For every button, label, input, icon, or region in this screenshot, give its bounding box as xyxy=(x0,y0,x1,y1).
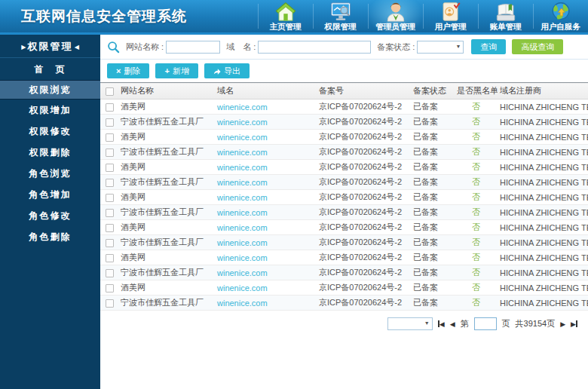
domain-link[interactable]: winenice.com xyxy=(217,253,268,262)
sidebar-header[interactable]: ▶ 权限管理 ◀ xyxy=(0,35,100,58)
status-cell: 已备案 xyxy=(411,265,455,280)
row-checkbox[interactable] xyxy=(106,164,114,172)
row-checkbox[interactable] xyxy=(106,254,114,262)
record-no-cell: 京ICP备07020624号-2 xyxy=(317,250,411,265)
blacklist-cell: 否 xyxy=(455,220,498,235)
row-checkbox[interactable] xyxy=(106,239,114,247)
domain-link[interactable]: winenice.com xyxy=(217,283,268,293)
domain-link[interactable]: winenice.com xyxy=(217,193,268,202)
site-name-cell: 宁波市佳辉五金工具厂 xyxy=(118,175,215,190)
x-icon: × xyxy=(116,67,121,75)
domain-link[interactable]: winenice.com xyxy=(217,299,268,308)
select-all-checkbox[interactable] xyxy=(106,87,114,96)
registrar-cell: HICHINA ZHICHENG TECHNOLOGY xyxy=(498,115,588,130)
sidebar-item-permission-add[interactable]: 权限增加 xyxy=(0,100,100,121)
blacklist-cell: 否 xyxy=(455,160,498,175)
domain-link[interactable]: winenice.com xyxy=(217,268,268,277)
blacklist-cell: 否 xyxy=(455,265,498,280)
page-number-input[interactable] xyxy=(474,317,497,330)
export-button[interactable]: 导出 xyxy=(204,63,250,78)
domain-link[interactable]: winenice.com xyxy=(217,133,268,142)
site-name-cell: 酒美网 xyxy=(118,160,215,175)
table-row: 酒美网 winenice.com 京ICP备07020624号-2 已备案 否 … xyxy=(100,130,588,145)
status-cell: 已备案 xyxy=(411,130,455,145)
domain-input[interactable] xyxy=(258,41,371,54)
sidebar-item-permission-browse[interactable]: 权限浏览 xyxy=(0,80,100,100)
first-page-button[interactable]: ◀ xyxy=(438,320,445,328)
admin-person-icon xyxy=(368,2,423,22)
registrar-cell: HICHINA ZHICHENG TECHNOLOGY xyxy=(498,205,588,220)
row-checkbox[interactable] xyxy=(106,224,114,232)
domain-link[interactable]: winenice.com xyxy=(217,103,268,112)
nav-item-permission[interactable]: 权限管理 xyxy=(313,0,368,32)
nav-item-user[interactable]: 用户管理 xyxy=(423,0,478,32)
sidebar-item-role-add[interactable]: 角色增加 xyxy=(0,184,100,205)
sidebar-item-role-modify[interactable]: 角色修改 xyxy=(0,205,100,226)
status-cell: 已备案 xyxy=(411,250,455,265)
nav-item-home[interactable]: 主页管理 xyxy=(258,0,313,32)
total-pages-label: 共39154页 xyxy=(516,318,556,329)
delete-button[interactable]: × 删除 xyxy=(107,63,149,78)
table-row: 酒美网 winenice.com 京ICP备07020624号-2 已备案 否 … xyxy=(100,280,588,296)
site-name-cell: 宁波市佳辉五金工具厂 xyxy=(118,205,215,220)
app-title: 互联网信息安全管理系统 xyxy=(21,0,187,32)
row-checkbox[interactable] xyxy=(106,194,114,202)
sidebar-item-permission-modify[interactable]: 权限修改 xyxy=(0,121,100,142)
row-checkbox[interactable] xyxy=(106,118,114,127)
domain-link[interactable]: winenice.com xyxy=(217,208,268,217)
registrar-cell: HICHINA ZHICHENG TECHNOLOGY xyxy=(498,250,588,265)
domain-link[interactable]: winenice.com xyxy=(217,178,268,187)
next-page-button[interactable]: ▶ xyxy=(560,320,565,328)
status-cell: 已备案 xyxy=(411,160,455,175)
add-button[interactable]: + 新增 xyxy=(155,63,198,78)
row-checkbox[interactable] xyxy=(106,133,114,142)
col-site-name: 网站名称 xyxy=(118,83,215,100)
domain-label: 域 名 : xyxy=(226,41,256,53)
site-name-input[interactable] xyxy=(166,41,220,54)
table-body: 酒美网 winenice.com 京ICP备07020624号-2 已备案 否 … xyxy=(100,100,588,311)
row-checkbox[interactable] xyxy=(106,149,114,157)
registrar-cell: HICHINA ZHICHENG TECHNOLOGY xyxy=(498,145,588,160)
sidebar-item-role-browse[interactable]: 角色浏览 xyxy=(0,163,100,184)
home-icon xyxy=(258,2,313,22)
nav-item-admin[interactable]: 管理员管理 xyxy=(368,0,423,32)
last-page-button[interactable]: ▶ xyxy=(571,320,577,328)
blacklist-cell: 否 xyxy=(455,115,498,130)
domain-link[interactable]: winenice.com xyxy=(217,118,268,127)
page-size-select[interactable] xyxy=(387,317,433,330)
query-button[interactable]: 查询 xyxy=(471,39,506,54)
sidebar-item-home[interactable]: 首 页 xyxy=(0,59,100,80)
blacklist-cell: 否 xyxy=(455,205,498,220)
status-cell: 已备案 xyxy=(411,145,455,160)
domain-link[interactable]: winenice.com xyxy=(217,163,268,172)
record-no-cell: 京ICP备07020624号-2 xyxy=(317,235,411,250)
record-no-cell: 京ICP备07020624号-2 xyxy=(317,220,411,235)
nav-item-selfservice[interactable]: 用户自服务 xyxy=(533,0,588,32)
row-checkbox[interactable] xyxy=(106,284,114,293)
domain-link[interactable]: winenice.com xyxy=(217,238,268,247)
site-name-cell: 宁波市佳辉五金工具厂 xyxy=(118,265,215,280)
row-checkbox[interactable] xyxy=(106,209,114,217)
search-bar: 网站名称 : 域 名 : 备案状态 : 查询 高级查询 xyxy=(100,35,588,60)
domain-link[interactable]: winenice.com xyxy=(217,223,268,232)
record-no-cell: 京ICP备07020624号-2 xyxy=(317,175,411,190)
prev-page-button[interactable]: ◀ xyxy=(450,320,455,328)
domain-link[interactable]: winenice.com xyxy=(217,148,268,157)
registrar-cell: HICHINA ZHICHENG TECHNOLOGY xyxy=(498,280,588,296)
registrar-cell: HICHINA ZHICHENG TECHNOLOGY xyxy=(498,265,588,280)
status-cell: 已备案 xyxy=(411,190,455,205)
table-row: 宁波市佳辉五金工具厂 winenice.com 京ICP备07020624号-2… xyxy=(100,205,588,220)
sidebar-item-role-delete[interactable]: 角色删除 xyxy=(0,226,100,247)
status-cell: 已备案 xyxy=(411,115,455,130)
row-checkbox[interactable] xyxy=(106,299,114,308)
row-checkbox[interactable] xyxy=(106,103,114,112)
row-checkbox[interactable] xyxy=(106,179,114,187)
row-checkbox[interactable] xyxy=(106,269,114,277)
blacklist-cell: 否 xyxy=(455,145,498,160)
record-status-select[interactable] xyxy=(417,41,464,54)
advanced-query-button[interactable]: 高级查询 xyxy=(512,39,563,54)
site-name-cell: 酒美网 xyxy=(118,190,215,205)
registrar-cell: HICHINA ZHICHENG TECHNOLOGY xyxy=(498,296,588,311)
sidebar-item-permission-delete[interactable]: 权限删除 xyxy=(0,142,100,163)
nav-item-billing[interactable]: 账单管理 xyxy=(478,0,533,32)
